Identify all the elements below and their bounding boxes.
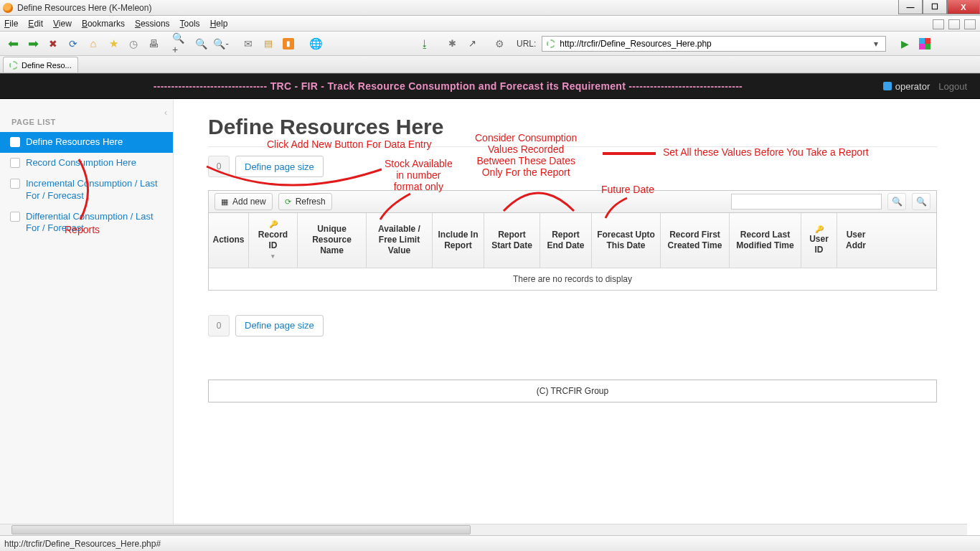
page-icon [10,212,20,222]
key-icon: 🔑 [269,220,278,230]
sidebar-item[interactable]: Incremental Consumption / Last For / For… [0,174,173,207]
history-button[interactable]: ◷ [125,35,142,52]
browser-icon [3,3,13,13]
user-icon [883,82,892,90]
globe-button[interactable]: 🌐 [307,35,324,52]
download-button[interactable]: ⭳ [416,35,433,52]
column-header[interactable]: Unique Resource Name [298,213,367,268]
column-header[interactable]: Actions [209,213,249,268]
annotation-add-new: Click Add New Button For Data Entry [267,138,432,150]
search-button[interactable]: 🔍 [887,193,906,210]
column-header[interactable]: 🔑Record ID▾ [249,213,298,268]
refresh-icon: ⟳ [285,197,291,207]
define-page-size-button[interactable]: Define page size [235,315,324,336]
sidebar-item[interactable]: Record Consumption Here [0,153,173,174]
sidebar-item[interactable]: Differential Consumption / Last For / Fo… [0,207,173,240]
define-page-size-button[interactable]: Define page size [235,156,324,177]
bug-button[interactable]: ✱ [443,35,461,52]
zoom-out-button[interactable]: 🔍- [212,35,230,52]
url-bar[interactable]: ▾ [542,36,886,52]
multicolor-button[interactable] [916,35,933,52]
zoom-in-button[interactable]: 🔍+ [172,35,189,52]
sidebar-item-label: Record Consumption Here [26,157,136,169]
scrollbar-thumb[interactable] [11,525,471,534]
column-header[interactable]: Available / Free Limit Value [367,213,433,268]
menubar-doc-icon[interactable] [964,19,976,29]
column-label: Report Start Date [489,230,535,251]
column-header[interactable]: User Addr [837,213,875,268]
column-label: Unique Resource Name [302,224,362,256]
sidebar-collapse-icon[interactable]: ‹ [164,108,167,118]
forward-button[interactable]: ➡ [24,35,42,52]
menu-bookmarks[interactable]: Bookmarks [82,19,125,29]
menubar-doc-icon[interactable] [948,19,960,29]
url-input[interactable] [560,39,867,49]
sidebar-item[interactable]: Define Resources Here [0,132,173,153]
sort-desc-icon: ▾ [271,253,275,260]
sidebar-item-label: Define Resources Here [26,136,123,149]
url-dropdown-icon[interactable]: ▾ [871,39,881,49]
zoom-reset-button[interactable]: 🔍 [192,35,209,52]
column-label: Report End Date [545,230,587,251]
browser-tab[interactable]: Define Reso... [3,57,78,72]
table-header: Actions🔑Record ID▾Unique Resource NameAv… [209,213,936,268]
refresh-button[interactable]: ⟳Refresh [278,193,332,210]
loading-spinner-icon [547,39,555,48]
column-label: Record First Created Time [665,230,725,251]
menu-file[interactable]: File [4,19,18,29]
menubar: File Edit View Bookmarks Sessions Tools … [0,16,980,32]
print-button[interactable]: 🖶 [145,35,162,52]
window-minimize-button[interactable]: — [898,0,923,14]
column-header[interactable]: Forecast Upto This Date [592,213,661,268]
horizontal-scrollbar[interactable] [0,524,967,535]
tab-label: Define Reso... [22,61,72,70]
tabbar: Define Reso... [0,56,980,73]
go-button[interactable]: ▶ [896,35,913,52]
search-icon: 🔍 [892,197,903,207]
column-label: Record ID [253,230,293,251]
menu-view[interactable]: View [53,19,72,29]
divider [208,146,937,147]
table-toolbar: ▦Add new ⟳Refresh 🔍 🔍 [208,190,937,213]
column-header[interactable]: 🔑User ID [801,213,837,268]
reload-button[interactable]: ⟳ [65,35,82,52]
table-empty-message: There are no records to display [209,268,936,290]
settings-gear-button[interactable]: ⚙ [491,35,508,52]
window-maximize-button[interactable]: ☐ [923,0,947,14]
column-header[interactable]: Record First Created Time [661,213,730,268]
menu-help[interactable]: Help [210,19,228,29]
plus-icon: ▦ [221,197,228,207]
column-header[interactable]: Include In Report [433,213,484,268]
column-header[interactable]: Report Start Date [484,213,540,268]
menu-edit[interactable]: Edit [28,19,43,29]
window-title: Define Resources Here (K-Meleon) [17,3,151,13]
add-new-button[interactable]: ▦Add new [215,193,273,210]
menu-tools[interactable]: Tools [180,19,200,29]
column-label: Record Last Modified Time [734,230,796,251]
record-count: 0 [208,315,230,336]
home-button[interactable]: ⌂ [85,35,102,52]
menu-sessions[interactable]: Sessions [135,19,170,29]
advanced-search-button[interactable]: 🔍 [912,193,930,210]
table-search-input[interactable] [731,194,882,209]
column-header[interactable]: Record Last Modified Time [730,213,801,268]
stop-button[interactable]: ✖ [44,35,62,52]
logout-link[interactable]: Logout [938,81,967,92]
column-label: Available / Free Limit Value [371,224,428,256]
column-label: Forecast Upto This Date [596,230,656,251]
back-button[interactable]: ⬅ [4,35,22,52]
current-user[interactable]: operator [883,81,930,92]
data-table: Actions🔑Record ID▾Unique Resource NameAv… [208,213,937,291]
rss-button[interactable]: ▮ [280,35,297,52]
window-close-button[interactable]: X [947,0,980,14]
tab-loading-icon [9,61,18,70]
main-area: ‹ PAGE LIST Define Resources HereRecord … [0,99,980,532]
notes-button[interactable]: ▤ [260,35,277,52]
column-label: User Addr [842,230,870,251]
share-button[interactable]: ↗ [463,35,481,52]
column-header[interactable]: Report End Date [540,213,592,268]
sidebar: ‹ PAGE LIST Define Resources HereRecord … [0,99,174,532]
bookmark-star-button[interactable]: ★ [105,35,122,52]
mail-button[interactable]: ✉ [240,35,257,52]
menubar-doc-icon[interactable] [933,19,944,29]
